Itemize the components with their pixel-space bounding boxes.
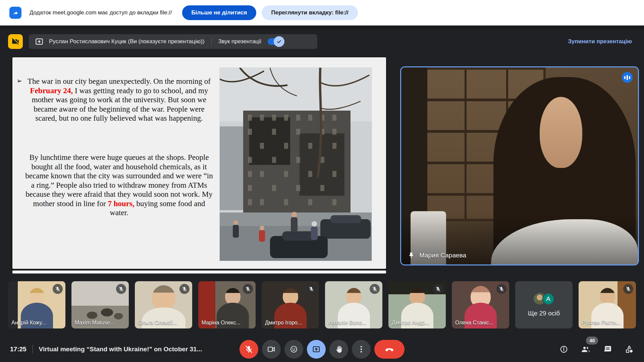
leave-call-button[interactable]	[374, 340, 405, 359]
call-controls	[239, 340, 405, 359]
meet-stage: Руслан Ростиславович Куцик (Ви (показуєт…	[0, 25, 644, 337]
videocam-off-indicator	[8, 34, 23, 49]
more-participants-tile[interactable]: A Ще 29 осіб	[515, 281, 573, 328]
participant-tile[interactable]: Ольга Олексії...	[135, 281, 192, 328]
speaking-indicator-icon	[622, 72, 633, 83]
call-end-icon	[384, 344, 394, 354]
presentation-slide: ➢ The war in our city began unexpectedly…	[12, 57, 386, 269]
participant-name: Дмитро Ігоро...	[265, 320, 316, 326]
participant-tile[interactable]: Наталія Воло...	[325, 281, 382, 328]
sharing-message: Додаток meet.google.com має доступ до вк…	[30, 9, 172, 16]
stop-presentation-button[interactable]: Зупинити презентацію	[568, 38, 632, 45]
reactions-button[interactable]	[284, 340, 303, 359]
participant-tile[interactable]: Дмитро Андр...	[388, 281, 446, 328]
screen-share-icon	[9, 7, 21, 19]
presentation-audio-toggle[interactable]	[268, 38, 282, 45]
meeting-info: 17:25 Virtual meeting “Stand with Ukrain…	[10, 345, 202, 354]
bottom-fade	[401, 67, 638, 264]
smiley-icon	[289, 345, 298, 354]
mic-off-icon	[623, 284, 633, 294]
avatar-letter: A	[542, 293, 554, 305]
mic-off-icon	[370, 284, 380, 294]
mic-off-icon	[433, 284, 443, 294]
activities-button[interactable]	[625, 345, 634, 354]
more-participants-label: Ще 29 осіб	[528, 310, 560, 317]
chat-button[interactable]	[603, 345, 612, 354]
participants-filmstrip: Андрій Кожу... Maxim Matuse... Ольга Оле…	[8, 281, 636, 328]
participants-button[interactable]: 40	[581, 345, 590, 354]
participant-tile[interactable]: Дмитро Ігоро...	[262, 281, 319, 328]
participant-name: Руслан Рости...	[582, 320, 633, 326]
slide-highlight-date: February 24,	[30, 86, 73, 95]
slide-paragraph-1: The war in our city began unexpectedly. …	[25, 77, 213, 123]
raise-hand-button[interactable]	[329, 340, 348, 359]
videocam-icon	[267, 345, 276, 354]
meeting-controls-bar: 17:25 Virtual meeting “Stand with Ukrain…	[0, 337, 644, 362]
participant-name: Наталія Воло...	[328, 320, 380, 326]
next-slide-edge	[12, 270, 386, 274]
mic-off-icon	[496, 284, 506, 294]
participant-name: Маріна Олекс...	[202, 320, 253, 326]
mic-off-icon	[245, 345, 253, 354]
divider	[211, 38, 212, 45]
participant-tile[interactable]: Андрій Кожу...	[8, 281, 65, 328]
participant-tile[interactable]: Руслан Рости...	[579, 281, 636, 328]
present-icon	[312, 345, 321, 354]
avatar-stack: A	[534, 293, 554, 305]
present-screen-button[interactable]	[307, 340, 326, 359]
view-tab-button[interactable]: Переглянути вкладку: file://	[262, 5, 358, 20]
tab-sharing-banner: Додаток meet.google.com має доступ до вк…	[0, 0, 644, 25]
present-icon	[35, 37, 44, 46]
side-panel-controls: 40	[559, 345, 634, 354]
divider	[33, 345, 33, 354]
participant-name: Андрій Кожу...	[11, 320, 63, 326]
meeting-details-button[interactable]	[559, 345, 568, 354]
pinned-name-row: Мария Сараева	[408, 252, 466, 259]
activities-icon	[625, 345, 634, 354]
pinned-participant-name: Мария Сараева	[419, 252, 466, 259]
slide-paragraph-2: By lunchtime there were huge queues at t…	[25, 153, 213, 218]
clock: 17:25	[10, 346, 26, 353]
pinned-video-tile[interactable]: Мария Сараева	[400, 66, 639, 265]
more-options-button[interactable]	[352, 340, 371, 359]
chat-icon	[603, 345, 612, 354]
pin-icon	[408, 252, 415, 259]
participant-name: Ольга Олексії...	[138, 320, 190, 326]
mic-off-icon	[179, 284, 190, 294]
participant-count-badge: 40	[586, 337, 598, 345]
people-icon	[581, 345, 590, 354]
hand-icon	[334, 345, 343, 354]
mic-off-icon	[243, 284, 253, 294]
participant-tile[interactable]: Maxim Matuse...	[71, 281, 129, 328]
meeting-title: Virtual meeting “Stand with Ukraine!" on…	[39, 346, 202, 353]
participant-tile[interactable]: Маріна Олекс...	[198, 281, 256, 328]
presentation-header: Руслан Ростиславович Куцик (Ви (показуєт…	[29, 34, 317, 49]
participant-name: Дмитро Андр...	[392, 320, 443, 326]
presentation-audio-label: Звук презентації	[218, 38, 262, 45]
participant-name: Maxim Matuse...	[75, 320, 126, 326]
stop-sharing-button[interactable]: Більше не ділитися	[182, 5, 257, 20]
slide-highlight-hours: 7 hours,	[108, 199, 134, 208]
participant-name: Олена Станіс...	[455, 320, 506, 326]
presenter-label: Руслан Ростиславович Куцик (Ви (показуєт…	[49, 38, 205, 45]
camera-button[interactable]	[262, 340, 281, 359]
microphone-muted-button[interactable]	[239, 340, 258, 359]
mic-off-icon	[53, 284, 63, 294]
slide-photo-destroyed-building	[220, 68, 372, 261]
info-icon	[559, 345, 568, 354]
more-vert-icon	[357, 345, 366, 354]
toggle-check-icon	[274, 36, 284, 47]
slide-bullet: ➢	[16, 77, 22, 85]
videocam-off-icon	[11, 37, 20, 46]
mic-off-icon	[306, 284, 316, 294]
mic-off-icon	[116, 284, 126, 294]
participant-tile[interactable]: Олена Станіс...	[452, 281, 509, 328]
